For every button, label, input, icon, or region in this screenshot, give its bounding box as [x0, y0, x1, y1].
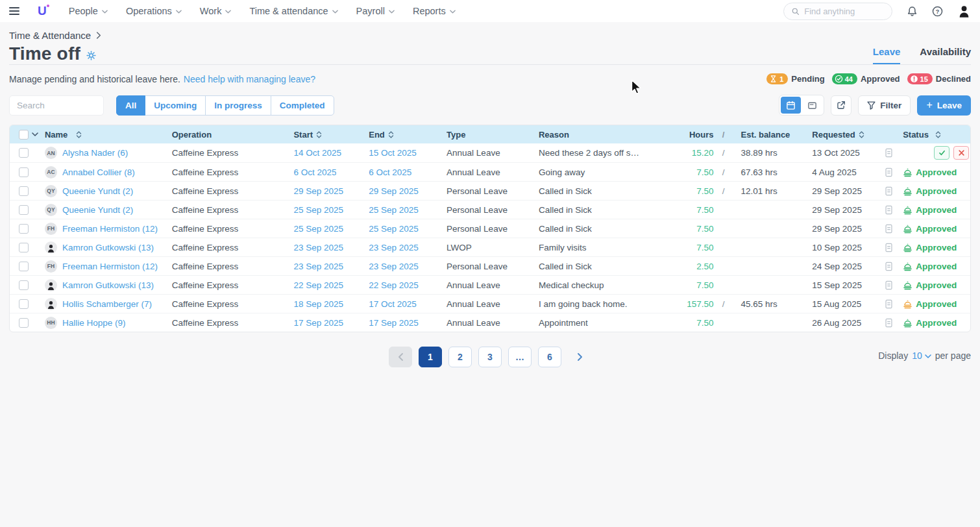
status-badge-approved[interactable]: 44Approved	[832, 73, 900, 84]
filter-segment-all[interactable]: All	[116, 95, 145, 116]
decline-button[interactable]	[953, 146, 969, 160]
pagination-page-3[interactable]: 3	[478, 347, 502, 367]
doc-icon[interactable]	[885, 262, 893, 271]
doc-icon[interactable]	[885, 243, 893, 252]
nav-menu-people[interactable]: People	[69, 6, 108, 16]
notifications-bell-icon[interactable]	[907, 6, 918, 17]
doc-icon[interactable]	[885, 280, 893, 290]
export-button[interactable]	[831, 95, 851, 116]
tab-leave[interactable]: Leave	[873, 46, 901, 64]
header-name[interactable]: Name	[45, 130, 172, 140]
table-search-input[interactable]	[9, 95, 104, 116]
nav-menu-work[interactable]: Work	[200, 6, 232, 16]
table-view-button[interactable]	[781, 97, 801, 114]
start-date-link[interactable]: 17 Sep 2025	[293, 318, 343, 328]
end-date-link[interactable]: 17 Oct 2025	[369, 299, 417, 309]
status-badge-declined[interactable]: 15Declined	[907, 73, 971, 84]
select-menu-chevron-icon[interactable]	[32, 132, 38, 136]
pagination-page-1[interactable]: 1	[419, 347, 442, 367]
row-checkbox[interactable]	[19, 224, 29, 234]
global-search-input[interactable]	[804, 6, 884, 16]
row-checkbox[interactable]	[19, 262, 29, 271]
add-leave-button[interactable]: + Leave	[917, 95, 971, 116]
start-date-link[interactable]: 25 Sep 2025	[293, 224, 343, 234]
row-checkbox[interactable]	[19, 205, 29, 215]
start-date-link[interactable]: 25 Sep 2025	[293, 205, 343, 215]
tab-availability[interactable]: Availability	[920, 46, 971, 64]
start-date-link[interactable]: 14 Oct 2025	[293, 148, 341, 158]
start-date-link[interactable]: 23 Sep 2025	[293, 262, 343, 271]
row-checkbox[interactable]	[19, 280, 29, 290]
header-requested[interactable]: Requested	[812, 130, 885, 140]
employee-name-link[interactable]: Kamron Gutkowski (13)	[62, 243, 154, 252]
employee-name-link[interactable]: Hallie Hoppe (9)	[62, 318, 126, 328]
doc-icon[interactable]	[885, 224, 893, 234]
header-start[interactable]: Start	[293, 130, 369, 140]
row-checkbox[interactable]	[19, 299, 29, 309]
help-link[interactable]: Need help with managing leave?	[184, 74, 315, 84]
help-icon[interactable]: ?	[932, 6, 943, 17]
doc-icon[interactable]	[885, 299, 893, 309]
pending-actions	[903, 146, 970, 160]
filter-segment-upcoming[interactable]: Upcoming	[145, 95, 206, 116]
row-checkbox[interactable]	[19, 318, 29, 328]
end-date-link[interactable]: 25 Sep 2025	[369, 205, 419, 215]
doc-icon[interactable]	[885, 205, 893, 215]
cell-note	[885, 299, 903, 309]
doc-icon[interactable]	[885, 148, 893, 158]
end-date-link[interactable]: 22 Sep 2025	[369, 280, 419, 290]
end-date-link[interactable]: 23 Sep 2025	[369, 262, 419, 271]
nav-menu-time-attendance[interactable]: Time & attendance	[249, 6, 337, 16]
start-date-link[interactable]: 18 Sep 2025	[293, 299, 343, 309]
doc-icon[interactable]	[885, 318, 893, 328]
employee-name-link[interactable]: Queenie Yundt (2)	[62, 205, 133, 215]
approve-button[interactable]	[934, 146, 949, 160]
end-date-link[interactable]: 29 Sep 2025	[369, 186, 419, 196]
employee-name-link[interactable]: Freeman Hermiston (12)	[62, 262, 158, 271]
doc-icon[interactable]	[885, 186, 893, 196]
hamburger-menu-icon[interactable]	[9, 7, 19, 15]
end-date-link[interactable]: 23 Sep 2025	[369, 243, 419, 252]
end-date-link[interactable]: 15 Oct 2025	[369, 148, 417, 158]
start-date-link[interactable]: 22 Sep 2025	[293, 280, 343, 290]
nav-menu-reports[interactable]: Reports	[413, 6, 456, 16]
row-checkbox[interactable]	[19, 186, 29, 196]
filter-button[interactable]: Filter	[858, 95, 911, 116]
display-count-select[interactable]: 10	[912, 350, 931, 361]
pagination-page-6[interactable]: 6	[538, 347, 561, 367]
header-end[interactable]: End	[369, 130, 447, 140]
end-date-link[interactable]: 6 Oct 2025	[369, 167, 411, 177]
pagination-page-2[interactable]: 2	[448, 347, 472, 367]
header-status[interactable]: Status	[903, 130, 970, 140]
nav-menu-payroll[interactable]: Payroll	[356, 6, 395, 16]
end-date-link[interactable]: 25 Sep 2025	[369, 224, 419, 234]
pagination-ellipsis[interactable]: …	[508, 347, 532, 367]
start-date-link[interactable]: 29 Sep 2025	[293, 186, 343, 196]
employee-name-link[interactable]: Kamron Gutkowski (13)	[62, 280, 154, 290]
pagination-prev-button[interactable]	[389, 347, 412, 367]
settings-gear-icon[interactable]	[86, 51, 96, 60]
row-checkbox[interactable]	[19, 167, 29, 177]
select-all-checkbox[interactable]	[19, 130, 29, 140]
employee-name-link[interactable]: Alysha Nader (6)	[62, 148, 128, 158]
start-date-link[interactable]: 23 Sep 2025	[293, 243, 343, 252]
row-checkbox[interactable]	[19, 243, 29, 252]
end-date-link[interactable]: 17 Sep 2025	[369, 318, 419, 328]
pagination-next-button[interactable]	[568, 347, 591, 367]
employee-name-link[interactable]: Hollis Schamberger (7)	[62, 299, 152, 309]
employee-name-link[interactable]: Annabel Collier (8)	[62, 167, 135, 177]
employee-name-link[interactable]: Queenie Yundt (2)	[62, 186, 133, 196]
user-avatar[interactable]	[957, 5, 971, 18]
filter-segment-completed[interactable]: Completed	[271, 95, 334, 116]
status-badge-pending[interactable]: 1Pending	[766, 73, 824, 84]
doc-icon[interactable]	[885, 167, 893, 177]
card-view-button[interactable]	[802, 97, 822, 114]
row-checkbox[interactable]	[19, 148, 29, 158]
start-date-link[interactable]: 6 Oct 2025	[293, 167, 336, 177]
nav-menu-operations[interactable]: Operations	[126, 6, 182, 16]
global-search[interactable]	[783, 3, 892, 20]
app-logo[interactable]: U	[38, 4, 47, 18]
filter-segment-in-progress[interactable]: In progress	[205, 95, 271, 116]
employee-name-link[interactable]: Freeman Hermiston (12)	[62, 224, 158, 234]
breadcrumb-link[interactable]: Time & Attendance	[9, 30, 91, 41]
